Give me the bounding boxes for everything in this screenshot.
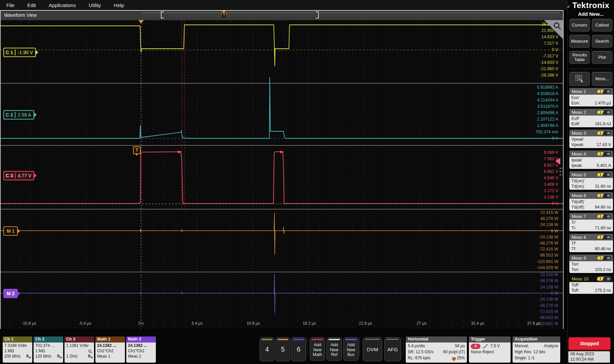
tab-waveform-view[interactable]: Waveform View — [4, 12, 37, 18]
measurement-card[interactable]: Meas 1 1 Eon' Eon: 2.470 µJ — [569, 88, 613, 106]
trigger-position-top-icon[interactable] — [138, 20, 144, 24]
acquisition-settings-card[interactable]: Acquisition Manual,Analyze High Res: 12 … — [513, 336, 560, 363]
badge-handle-icon — [607, 278, 610, 280]
c1-axis-label: 7.317 V — [544, 41, 558, 46]
sidebar-button[interactable]: Results Table — [569, 51, 590, 64]
add-new-buttons: CursorsCalloutMeasureSearchResults Table… — [569, 19, 612, 64]
channel-card[interactable]: Ch 2 702.374 ... 1 MΩ 120 MHz BW — [34, 336, 63, 363]
panel-resize-grip[interactable] — [559, 165, 564, 178]
channel-enable-button[interactable]: 6 — [291, 337, 306, 361]
zoom-overview-ruler[interactable] — [142, 13, 560, 13]
sidebar-button[interactable]: Measure — [569, 35, 590, 48]
channel-badge-c2[interactable]: C 2 2.59 A — [3, 110, 34, 120]
time-axis-label: 32.4 µs — [471, 321, 484, 326]
button-stripe — [365, 339, 380, 340]
measurement-value: 181.8 nJ — [595, 122, 611, 126]
channel-bandwidth: 120 MHz — [35, 354, 51, 359]
measurement-card[interactable]: Meas 3 1 Vpeak' Vpeak: 17.43 V — [569, 130, 613, 148]
horizontal-settings-card[interactable]: Horizontal 5.4 µs/div54 µs SR: 12.5 GS/s… — [406, 336, 467, 363]
add-new-button[interactable]: AddNewBus — [343, 337, 359, 361]
channel-card-header: Ch 3 — [64, 336, 94, 343]
dvm-button[interactable]: DVM — [363, 337, 382, 361]
source-number: 1 — [597, 110, 604, 114]
channel-bandwidth: 1 GHz — [66, 354, 78, 359]
button-color-stripe — [328, 339, 340, 340]
menu-item[interactable]: File — [0, 2, 21, 8]
waveform-plot[interactable]: T C 1 -1.90 V C 2 2.59 A C 3 4.77 V M 1 — [1, 20, 563, 329]
measurement-card[interactable]: Meas 2 1 Eoff' Eoff: 181.8 nJ — [569, 109, 613, 127]
channel-enable-button[interactable]: 4 — [260, 337, 274, 361]
m1-axis-label: -24.138 W — [539, 235, 558, 239]
trigger-source-badge[interactable]: T — [133, 146, 141, 154]
measurement-source-badge[interactable]: 1 — [597, 172, 611, 177]
measurement-expression: Tr' — [571, 220, 611, 225]
measurement-card[interactable]: Meas 5 1 Td(on)' Td(on): 31.60 ns — [569, 171, 613, 190]
measurement-source-badge[interactable]: 1 — [597, 214, 611, 219]
measurement-source-badge[interactable]: 1 — [597, 235, 611, 240]
menu-item[interactable]: Help — [107, 2, 131, 8]
channel-bandwidth: Meas 2 — [128, 354, 141, 359]
channel-card[interactable]: Math 2 24.1382 ... Ch1*Ch2 Meas 2 — [126, 336, 156, 363]
add-new-button[interactable]: AddNewRef — [326, 337, 342, 361]
measurement-card[interactable]: Meas 8 1 Tf' Tf: 80.48 ns — [569, 234, 613, 252]
math-badge-m2[interactable]: M 2 — [3, 289, 18, 298]
measurement-source-badge[interactable]: 1 — [597, 276, 611, 281]
measurement-source-badge[interactable]: 1 — [597, 256, 611, 261]
measurement-card[interactable]: Meas 10 1 Toff' Toff: 175.3 ns — [569, 275, 613, 294]
measurement-source-badge[interactable]: 1 — [597, 89, 611, 94]
m1-axis-label: 48.276 W — [540, 216, 558, 221]
menu-item[interactable]: Edit — [21, 2, 42, 8]
c2-axis-label: 2.107122 A — [537, 117, 558, 122]
afg-button[interactable]: AFG — [384, 337, 401, 361]
source-number: 1 — [597, 194, 604, 197]
m1-axis-label: -72.415 W — [539, 247, 558, 252]
menu-item[interactable]: Utility — [82, 2, 107, 8]
math-badge-m1[interactable]: M 1 — [3, 226, 18, 236]
sidebar-button[interactable]: Search — [592, 35, 612, 48]
measurement-source-badge[interactable]: 1 — [597, 131, 611, 136]
channel-card[interactable]: Ch 1 7.3166 V/div 1 MΩ 200 MHz B — [3, 336, 32, 363]
run-stop-status-button[interactable]: Stopped — [568, 337, 611, 351]
channel-badge-c3[interactable]: C 3 4.77 V — [3, 171, 34, 180]
measurement-source-badge[interactable]: 1 — [597, 193, 611, 198]
trigger-position-icon: T — [452, 357, 456, 361]
m1-axis-label: -48.276 W — [539, 241, 558, 245]
zoom-window-right-bracket[interactable] — [316, 11, 319, 18]
measurement-card[interactable]: Meas 7 1 Tr' Tr: 71.60 ns — [569, 213, 613, 231]
badge-handle-icon — [607, 90, 610, 93]
m1-axis-label: 72.415 W — [540, 210, 558, 215]
channel-impedance: Ch1*Ch2 — [97, 349, 114, 354]
sidebar-button[interactable]: Plot — [592, 51, 612, 64]
measurement-source-badge[interactable]: 1 — [597, 151, 611, 156]
channel-card[interactable]: Math 1 24.1382 ... Ch1*Ch2 Meas 1 — [95, 336, 125, 363]
measurement-expression: Ipeak' — [571, 158, 611, 163]
horizontal-window: 54 µs — [455, 343, 465, 349]
m1-trace — [1, 213, 563, 255]
channel-badge-c1[interactable]: C 1 -1.90 V — [3, 48, 36, 57]
channel-card[interactable]: Ch 3 1.1361 V/div 1 GHz BW — [64, 336, 94, 363]
add-new-button[interactable]: AddNewMath — [310, 337, 325, 361]
sidebar-button[interactable]: Cursors — [569, 19, 590, 32]
source-number: 1 — [597, 152, 604, 156]
measurement-card[interactable]: Meas 6 1 Td(off)' Td(off): 94.80 ns — [569, 192, 613, 211]
menu-item[interactable]: Applications — [42, 2, 82, 8]
channel-impedance: 1 MΩ — [4, 349, 14, 354]
sidebar-button[interactable]: Callout — [592, 19, 612, 32]
more-button[interactable]: More... — [592, 72, 612, 86]
measurement-name: Meas 1 — [572, 89, 586, 94]
channel-bandwidth: Meas 1 — [97, 354, 110, 359]
trigger-marker-icon[interactable]: T — [221, 13, 227, 18]
measurement-card[interactable]: Meas 9 1 Ton' Ton: 103.2 ns — [569, 255, 613, 273]
channel-card-header: Ch 1 — [3, 336, 32, 343]
trigger-marker-triangle-icon — [222, 11, 226, 13]
measurement-label: Td(off): — [571, 205, 585, 210]
zoom-select-button[interactable] — [569, 72, 590, 86]
measurement-card[interactable]: Meas 4 1 Ipeak' Ipeak: 5.401 A — [569, 150, 613, 169]
bottom-bar: Ch 1 7.3166 V/div 1 MΩ 200 MHz B — [0, 330, 567, 364]
channel-enable-button[interactable]: 5 — [275, 337, 290, 361]
zoom-window-left-bracket[interactable] — [161, 11, 164, 18]
source-number: 1 — [597, 131, 604, 135]
measurement-source-badge[interactable]: 1 — [597, 110, 611, 115]
measurement-name: Meas 9 — [572, 256, 586, 261]
trigger-settings-card[interactable]: Trigger 3 7.5 V Noise Reject — [469, 336, 511, 363]
